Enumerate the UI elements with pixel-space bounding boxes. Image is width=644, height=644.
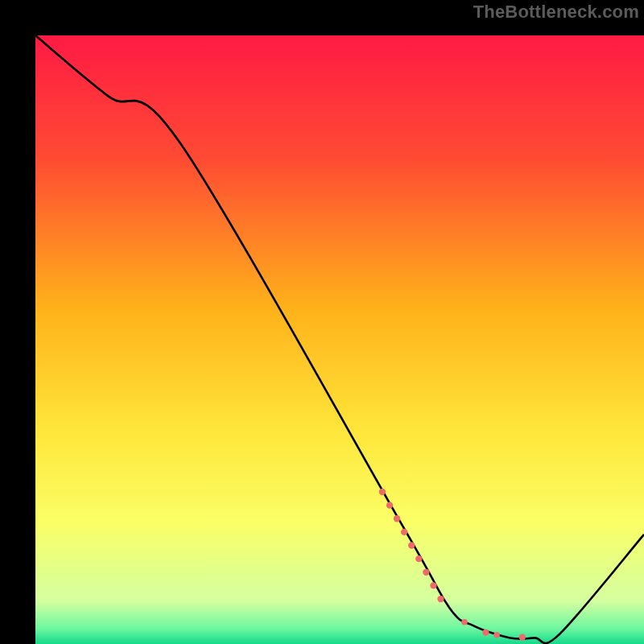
bottleneck-chart <box>35 35 644 644</box>
gradient-background <box>35 35 644 644</box>
highlight-dot <box>379 489 386 495</box>
watermark-label: TheBottleneck.com <box>473 2 639 23</box>
highlight-dot <box>423 569 429 576</box>
highlight-dot <box>430 582 436 588</box>
highlight-dot <box>408 542 415 548</box>
chart-frame <box>18 18 626 626</box>
highlight-dot <box>482 629 489 635</box>
highlight-dot <box>493 632 500 638</box>
highlight-dot <box>519 634 526 641</box>
highlight-dot <box>415 555 422 562</box>
highlight-dot <box>401 529 407 535</box>
highlight-dot <box>461 619 468 625</box>
highlight-dot <box>394 515 400 522</box>
highlight-dot <box>386 502 393 508</box>
highlight-dot <box>437 596 444 602</box>
